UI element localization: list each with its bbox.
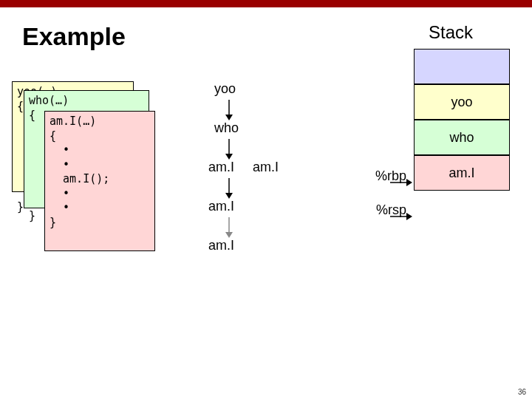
chain-arrow-icon (223, 178, 235, 199)
svg-marker-5 (225, 193, 233, 199)
stack-frame-empty (414, 49, 510, 84)
stack-heading: Stack (429, 22, 473, 43)
rbp-arrow-icon (390, 176, 412, 189)
stack-frame-yoo: yoo (414, 84, 510, 120)
svg-marker-7 (225, 232, 233, 238)
chain-label-ami-1: am.I (208, 160, 234, 175)
chain-label-ami-3: am.I (208, 238, 234, 253)
svg-marker-1 (225, 115, 233, 120)
chain-label-ami-2: am.I (208, 199, 234, 214)
chain-side-label-ami: am.I (253, 160, 279, 175)
chain-arrow-icon (223, 100, 235, 120)
slide: { "title": "Example", "stack_label": "St… (0, 7, 532, 399)
chain-arrow-icon (223, 217, 235, 238)
svg-marker-3 (225, 154, 233, 160)
chain-label-yoo: yoo (214, 81, 236, 97)
stack-frame-who: who (414, 120, 510, 155)
page-title: Example (22, 22, 126, 51)
rsp-arrow-icon (390, 210, 412, 223)
page-number: 36 (518, 388, 526, 396)
code-box-aml: am.I(…) { • • am.I(); • • } (44, 111, 155, 251)
svg-marker-9 (406, 179, 412, 186)
stack-diagram: yoo who am.I (414, 49, 510, 191)
stack-frame-aml: am.I (414, 155, 510, 191)
chain-label-who: who (214, 120, 239, 136)
chain-arrow-icon (223, 139, 235, 160)
svg-marker-11 (406, 213, 412, 220)
